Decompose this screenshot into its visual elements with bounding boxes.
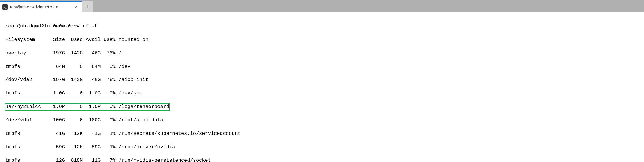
new-tab-button[interactable]: + bbox=[82, 1, 93, 12]
tab-bar: $_ root@nb-dgwd2lnt0e0w-0: × + bbox=[0, 0, 644, 12]
df-header: Filesystem Size Used Avail Use% Mounted … bbox=[5, 37, 639, 43]
df-row: tmpfs 64M 0 64M 0% /dev bbox=[5, 63, 639, 70]
highlighted-row: usr-ny21plcc 1.0P 0 1.0P 0% /logs/tensor… bbox=[5, 103, 170, 111]
close-icon[interactable]: × bbox=[74, 5, 79, 9]
df-row: tmpfs 12G 818M 11G 7% /run/nvidia-persis… bbox=[5, 157, 639, 162]
df-row: usr-ny21plcc 1.0P 0 1.0P 0% /logs/tensor… bbox=[5, 104, 639, 110]
terminal-output[interactable]: root@nb-dgwd2lnt0e0w-0:~# df -h Filesyst… bbox=[0, 12, 644, 162]
terminal-icon: $_ bbox=[2, 4, 8, 10]
command-line: root@nb-dgwd2lnt0e0w-0:~# df -h bbox=[5, 23, 639, 30]
df-row: tmpfs 59G 12K 59G 1% /proc/driver/nvidia bbox=[5, 144, 639, 151]
df-row: tmpfs 1.0G 0 1.0G 0% /dev/shm bbox=[5, 90, 639, 97]
df-row: tmpfs 41G 12K 41G 1% /run/secrets/kubern… bbox=[5, 130, 639, 137]
df-row: /dev/vda2 197G 142G 46G 76% /aicp-init bbox=[5, 77, 639, 83]
df-row: overlay 197G 142G 46G 76% / bbox=[5, 50, 639, 57]
df-row: /dev/vdc1 100G 0 100G 0% /root/aicp-data bbox=[5, 117, 639, 124]
active-tab[interactable]: $_ root@nb-dgwd2lnt0e0w-0: × bbox=[0, 1, 82, 12]
tab-title: root@nb-dgwd2lnt0e0w-0: bbox=[10, 5, 72, 9]
